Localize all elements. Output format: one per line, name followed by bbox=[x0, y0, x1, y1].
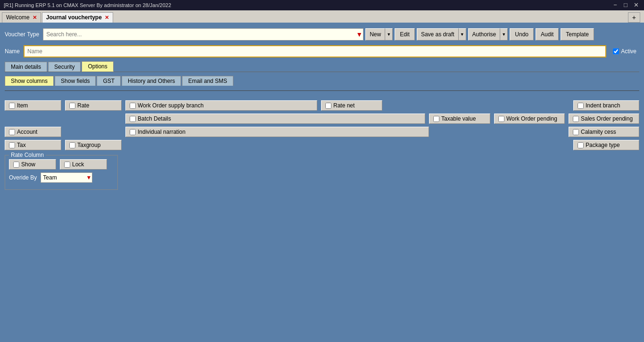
item-label: Item bbox=[17, 102, 28, 109]
search-input[interactable] bbox=[43, 28, 363, 41]
rate-column-box: Rate Column Show Lock Overide By Team Us… bbox=[5, 155, 118, 190]
show-label: Show bbox=[21, 161, 35, 168]
indent-branch-label: Indent branch bbox=[586, 102, 620, 109]
account-label: Account bbox=[17, 129, 37, 135]
calamity-cess-checkbox[interactable] bbox=[573, 129, 579, 135]
account-checkbox[interactable] bbox=[9, 129, 15, 135]
sub-tabs: Show columns Show fields GST History and… bbox=[5, 76, 639, 86]
subtab-show-fields[interactable]: Show fields bbox=[55, 76, 96, 86]
tab-main-details[interactable]: Main details bbox=[5, 62, 47, 72]
new-dropdown-arrow[interactable]: ▼ bbox=[385, 28, 393, 41]
checkbox-item-taxgroup: Taxgroup bbox=[65, 140, 122, 150]
main-content: Voucher Type ▼ New ▼ Edit Save as draft … bbox=[0, 24, 644, 342]
search-dropdown-arrow[interactable]: ▼ bbox=[356, 31, 363, 38]
tab-add-button[interactable]: + bbox=[628, 12, 640, 23]
override-by-dropdown[interactable]: Team User Role ▼ bbox=[41, 172, 92, 183]
checkbox-item-work-order-supply: Work Order supply branch bbox=[125, 100, 317, 111]
active-checkbox-wrapper: Active bbox=[610, 44, 639, 58]
name-input[interactable] bbox=[24, 45, 606, 57]
voucher-type-search: ▼ bbox=[43, 28, 363, 41]
override-by-select[interactable]: Team User Role bbox=[41, 172, 92, 183]
batch-details-label: Batch Details bbox=[138, 115, 171, 122]
checkbox-row-3: Account Individual narration Calamity ce… bbox=[5, 127, 639, 137]
maximize-button[interactable]: □ bbox=[621, 1, 630, 9]
rate-column-row1: Show Lock bbox=[9, 159, 114, 170]
minimize-button[interactable]: − bbox=[611, 1, 619, 9]
new-button-group[interactable]: New ▼ bbox=[365, 28, 393, 41]
checkbox-row-1: Item Rate Work Order supply branch Rate … bbox=[5, 100, 639, 111]
tab-options[interactable]: Options bbox=[82, 61, 113, 72]
tax-checkbox[interactable] bbox=[9, 142, 15, 148]
new-button[interactable]: New bbox=[365, 28, 385, 41]
work-order-pending-checkbox[interactable] bbox=[498, 116, 504, 122]
individual-narration-label: Individual narration bbox=[138, 129, 185, 135]
checkbox-item-tax: Tax bbox=[5, 140, 61, 150]
work-order-pending-label: Work Order pending bbox=[506, 115, 557, 122]
tab-journal-vouchertype[interactable]: Journal vouchertype ✕ bbox=[42, 12, 113, 23]
active-label: Active bbox=[621, 48, 636, 55]
checkbox-item-work-order-pending: Work Order pending bbox=[494, 114, 565, 124]
authorise-button[interactable]: Authorise bbox=[468, 28, 501, 41]
taxgroup-checkbox[interactable] bbox=[69, 142, 75, 148]
tab-security[interactable]: Security bbox=[48, 62, 81, 72]
edit-button[interactable]: Edit bbox=[395, 28, 415, 41]
tab-bar: Welcome ✕ Journal vouchertype ✕ + bbox=[0, 10, 644, 24]
sales-order-pending-checkbox[interactable] bbox=[573, 116, 579, 122]
taxgroup-label: Taxgroup bbox=[77, 142, 100, 148]
close-button[interactable]: ✕ bbox=[632, 1, 640, 9]
subtab-history-others[interactable]: History and Others bbox=[122, 76, 181, 86]
authorise-arrow[interactable]: ▼ bbox=[500, 28, 508, 41]
checkbox-item-individual-narration: Individual narration bbox=[125, 127, 429, 137]
item-checkbox[interactable] bbox=[9, 103, 15, 109]
title-bar: [R1] Running ERP 5.1 on CMAX Server By a… bbox=[0, 0, 644, 10]
override-by-label: Overide By bbox=[9, 174, 37, 181]
name-row: Name Active bbox=[5, 44, 639, 58]
rate-column-legend: Rate Column bbox=[9, 152, 46, 158]
save-as-draft-arrow[interactable]: ▼ bbox=[459, 28, 466, 41]
undo-button[interactable]: Undo bbox=[510, 28, 534, 41]
active-checkbox[interactable] bbox=[613, 45, 619, 57]
lock-checkbox[interactable] bbox=[64, 162, 70, 168]
lock-label: Lock bbox=[72, 161, 84, 168]
tab-welcome-close[interactable]: ✕ bbox=[33, 15, 37, 21]
rate-checkbox[interactable] bbox=[69, 103, 75, 109]
tab-journal-close[interactable]: ✕ bbox=[105, 15, 109, 21]
tab-welcome-label: Welcome bbox=[6, 14, 30, 21]
rate-show-item: Show bbox=[9, 159, 56, 170]
window-controls: − □ ✕ bbox=[611, 1, 640, 9]
work-order-supply-label: Work Order supply branch bbox=[138, 102, 204, 109]
template-button[interactable]: Template bbox=[561, 28, 594, 41]
rate-net-label: Rate net bbox=[333, 102, 355, 109]
taxable-value-label: Taxable value bbox=[441, 115, 476, 122]
individual-narration-checkbox[interactable] bbox=[130, 129, 136, 135]
checkbox-item-batch: Batch Details bbox=[125, 114, 425, 124]
audit-button[interactable]: Audit bbox=[536, 28, 559, 41]
indent-branch-checkbox[interactable] bbox=[578, 103, 584, 109]
checkbox-row-4: Tax Taxgroup Package type bbox=[5, 140, 639, 150]
tab-journal-label: Journal vouchertype bbox=[46, 14, 102, 21]
authorise-group[interactable]: Authorise ▼ bbox=[468, 28, 508, 41]
columns-section: Item Rate Work Order supply branch Rate … bbox=[5, 96, 639, 195]
subtab-email-sms[interactable]: Email and SMS bbox=[182, 76, 233, 86]
rate-lock-item: Lock bbox=[60, 159, 107, 170]
save-as-draft-group[interactable]: Save as draft ▼ bbox=[417, 28, 466, 41]
voucher-type-label: Voucher Type bbox=[5, 31, 39, 38]
tab-welcome[interactable]: Welcome ✕ bbox=[2, 12, 41, 23]
checkbox-item-calamity-cess: Calamity cess bbox=[569, 127, 639, 137]
batch-details-checkbox[interactable] bbox=[130, 116, 136, 122]
rate-net-checkbox[interactable] bbox=[325, 103, 331, 109]
package-type-checkbox[interactable] bbox=[578, 142, 584, 148]
checkbox-item-rate: Rate bbox=[65, 100, 122, 111]
save-as-draft-button[interactable]: Save as draft bbox=[417, 28, 459, 41]
show-checkbox[interactable] bbox=[13, 162, 19, 168]
tax-label: Tax bbox=[17, 142, 26, 148]
checkbox-item-account: Account bbox=[5, 127, 61, 137]
subtab-show-columns[interactable]: Show columns bbox=[5, 76, 54, 86]
section-separator bbox=[5, 72, 639, 72]
checkbox-item-item: Item bbox=[5, 100, 61, 111]
subtab-gst[interactable]: GST bbox=[97, 76, 121, 86]
section-tabs: Main details Security Options bbox=[5, 61, 639, 72]
rate-column-row2: Overide By Team User Role ▼ bbox=[9, 172, 114, 183]
work-order-supply-checkbox[interactable] bbox=[130, 103, 136, 109]
taxable-value-checkbox[interactable] bbox=[433, 116, 439, 122]
